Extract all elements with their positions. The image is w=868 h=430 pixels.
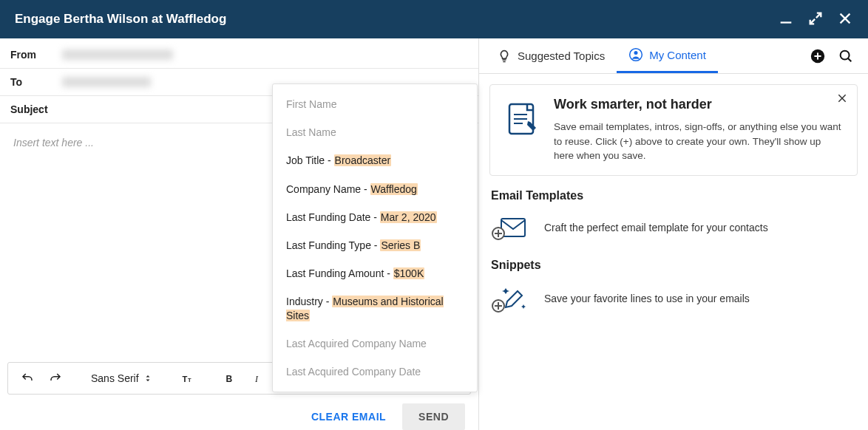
svg-text:I: I xyxy=(254,374,259,384)
card-text: Save email templates, intros, sign-offs,… xyxy=(554,120,844,163)
composer: From To Subject Insert text here ... Fir… xyxy=(0,38,479,430)
tab-my-content[interactable]: My Content xyxy=(617,38,718,73)
to-label: To xyxy=(10,76,52,88)
merge-field-label: Company Name - xyxy=(286,183,370,195)
templates-row[interactable]: Craft the perfect email template for you… xyxy=(489,210,858,245)
add-content-button[interactable] xyxy=(807,46,828,66)
italic-button[interactable]: I xyxy=(245,366,269,390)
merge-fields-popover: First NameLast NameJob Title - Broadcast… xyxy=(272,83,478,392)
right-panel: Suggested Topics My Content xyxy=(479,38,868,430)
merge-field-value: Waffledog xyxy=(370,183,418,195)
close-icon xyxy=(836,92,848,104)
svg-line-15 xyxy=(848,58,851,61)
from-row: From xyxy=(0,41,478,69)
undo-button[interactable] xyxy=(16,366,39,390)
merge-field-label: Job Title - xyxy=(286,154,334,166)
person-icon xyxy=(628,47,643,62)
send-button[interactable]: SEND xyxy=(402,403,465,430)
merge-field-item[interactable]: Company Name - Waffledog xyxy=(273,175,477,203)
search-icon xyxy=(838,48,854,64)
merge-field-item[interactable]: Last Acquired Company Name xyxy=(273,330,477,358)
svg-text:B: B xyxy=(226,374,232,384)
section-title-snippets: Snippets xyxy=(491,259,858,272)
right-tabs: Suggested Topics My Content xyxy=(479,38,868,74)
font-family-select[interactable]: Sans Serif xyxy=(85,372,158,384)
svg-point-10 xyxy=(634,51,638,55)
font-family-label: Sans Serif xyxy=(91,372,139,384)
from-label: From xyxy=(10,49,52,61)
merge-field-item[interactable]: Last Acquired Company Date xyxy=(273,358,477,386)
from-value-redacted xyxy=(62,50,173,60)
lightbulb-icon xyxy=(497,49,512,64)
plus-circle-icon xyxy=(810,48,826,64)
merge-field-item[interactable]: First Name xyxy=(273,90,477,118)
clear-email-button[interactable]: CLEAR EMAIL xyxy=(311,411,386,423)
minimize-icon[interactable] xyxy=(778,10,794,29)
search-button[interactable] xyxy=(835,46,856,66)
chevron-updown-icon xyxy=(143,374,152,383)
svg-text:T: T xyxy=(188,377,191,383)
subject-label: Subject xyxy=(10,103,52,115)
svg-text:T: T xyxy=(182,375,187,383)
info-card: Work smarter, not harder Save email temp… xyxy=(489,84,858,176)
merge-field-item[interactable]: Last Funding Date - Mar 2, 2020 xyxy=(273,203,477,231)
tab-suggested-topics[interactable]: Suggested Topics xyxy=(485,38,617,73)
redo-button[interactable] xyxy=(44,366,67,390)
expand-icon[interactable] xyxy=(807,10,824,29)
footer-actions: CLEAR EMAIL SEND xyxy=(0,395,478,430)
templates-desc: Craft the perfect email template for you… xyxy=(544,222,768,233)
card-title: Work smarter, not harder xyxy=(554,97,844,112)
close-icon[interactable] xyxy=(837,10,853,29)
bold-button[interactable]: B xyxy=(217,366,241,390)
merge-field-item[interactable]: Job Title - Broadcaster xyxy=(273,146,477,174)
document-pencil-icon xyxy=(502,97,542,163)
merge-field-value: Mar 2, 2020 xyxy=(380,211,437,223)
window-title: Engage Bertha Wilson at Waffledog xyxy=(15,12,226,27)
merge-field-value: Broadcaster xyxy=(334,154,391,166)
svg-point-14 xyxy=(841,50,850,59)
titlebar: Engage Bertha Wilson at Waffledog xyxy=(0,0,868,38)
tab-label: Suggested Topics xyxy=(518,50,605,62)
merge-field-label: Last Funding Date - xyxy=(286,211,380,223)
merge-field-item[interactable]: Industry - Museums and Historical Sites xyxy=(273,287,477,329)
add-snippet-icon xyxy=(491,284,531,313)
snippets-row[interactable]: Save your favorite lines to use in your … xyxy=(489,279,858,318)
section-title-templates: Email Templates xyxy=(491,189,858,202)
merge-field-item[interactable]: Last Funding Amount - $100K xyxy=(273,259,477,287)
to-value-redacted xyxy=(62,77,151,87)
font-size-button[interactable]: TT xyxy=(176,366,200,390)
merge-field-item[interactable]: Last Name xyxy=(273,118,477,146)
add-template-icon xyxy=(491,214,531,241)
merge-field-value: Series B xyxy=(380,239,421,251)
snippets-desc: Save your favorite lines to use in your … xyxy=(544,293,750,304)
titlebar-actions xyxy=(778,10,853,29)
tab-label: My Content xyxy=(649,49,706,61)
merge-field-label: Industry - xyxy=(286,296,332,307)
merge-field-item[interactable]: Last Funding Type - Series B xyxy=(273,231,477,259)
card-close-button[interactable] xyxy=(836,92,848,106)
merge-field-label: Last Funding Type - xyxy=(286,239,380,251)
merge-field-value: $100K xyxy=(393,267,424,279)
merge-field-label: Last Funding Amount - xyxy=(286,267,393,279)
